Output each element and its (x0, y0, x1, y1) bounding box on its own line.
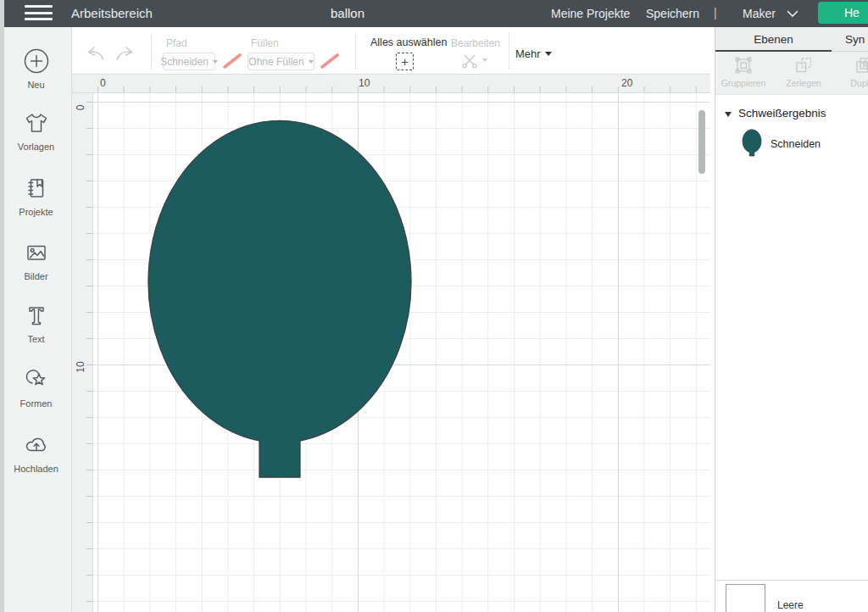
edit-tools-icon[interactable] (460, 52, 479, 70)
sidebar-item-label: Formen (20, 398, 53, 409)
layer-thumbnail-balloon-icon (741, 127, 763, 161)
ruler-label: 20 (621, 77, 632, 89)
more-button[interactable]: Mehr (515, 47, 552, 60)
path-color-swatch[interactable] (222, 53, 242, 69)
path-operation-dropdown[interactable]: Schneiden (163, 53, 215, 70)
sidebar-item-label: Bilder (24, 271, 47, 281)
image-icon (21, 238, 52, 267)
edit-label: Bearbeiten (451, 37, 500, 49)
cloud-upload-icon (21, 431, 52, 459)
panel-tabs: Ebenen Syn (715, 27, 868, 52)
fill-label: Füllen (251, 37, 279, 49)
project-title[interactable]: ballon (331, 6, 364, 20)
more-label: Mehr (515, 47, 541, 60)
canvas-area: 0 10 20 0 10 (72, 75, 710, 612)
group-header-label: Schweißergebnis (738, 107, 826, 120)
sidebar-item-label: Neu (27, 80, 44, 90)
layer-group-header[interactable]: Schweißergebnis (715, 105, 868, 124)
sidebar-item-new[interactable]: Neu (0, 47, 72, 90)
mat-color-swatch[interactable] (726, 584, 765, 612)
shapes-icon (21, 365, 52, 394)
group-button[interactable]: Gruppieren (714, 55, 773, 88)
duplicate-icon (854, 55, 868, 75)
shirt-icon (21, 108, 52, 137)
path-operation-value: Schneiden (160, 56, 209, 68)
ruler-label: 0 (100, 77, 106, 89)
edit-toolbar: Pfad Schneiden Füllen Ohne Füllen Alles … (72, 27, 710, 75)
more-arrow-icon (545, 52, 552, 56)
notebook-icon (22, 174, 51, 203)
tab-sync[interactable]: Syn (832, 27, 868, 52)
horizontal-ruler: 0 10 20 (72, 75, 710, 93)
select-all-label: Alles auswählen (370, 36, 447, 48)
action-label: Gruppieren (721, 78, 766, 88)
tab-label: Syn (845, 33, 865, 46)
layer-row-balloon[interactable]: Schneiden (715, 125, 868, 164)
action-label: Zerlegen (786, 78, 821, 88)
ungroup-button[interactable]: Zerlegen (774, 55, 833, 88)
panel-footer: Leere Arbeitsbereich (715, 580, 868, 612)
footer-label: Leere Arbeitsbereich (777, 599, 868, 612)
sidebar-item-text[interactable]: Text (0, 301, 72, 344)
group-icon (733, 55, 754, 75)
plus-circle-icon (22, 47, 51, 75)
sidebar-item-projects[interactable]: Projekte (0, 174, 72, 217)
fill-dropdown[interactable]: Ohne Füllen (248, 53, 314, 70)
sidebar-item-images[interactable]: Bilder (0, 238, 72, 281)
tab-label: Ebenen (754, 33, 793, 46)
vertical-ruler: 0 10 (72, 93, 93, 612)
my-projects-link[interactable]: Meine Projekte (551, 7, 630, 20)
sidebar-item-label: Vorlagen (18, 142, 54, 152)
layer-operation-label: Schneiden (771, 138, 821, 150)
sidebar-item-templates[interactable]: Vorlagen (0, 108, 72, 152)
action-label: Duplizi (850, 78, 868, 88)
edit-dropdown-arrow-icon[interactable] (482, 58, 487, 62)
collapse-caret-icon (725, 112, 732, 117)
sidebar-item-label: Hochladen (14, 464, 58, 474)
ruler-label: 10 (359, 77, 370, 89)
dropdown-arrow-icon (213, 60, 218, 64)
window-edge-strip (0, 0, 4, 612)
layers-panel: Ebenen Syn Gruppieren Zerlegen (715, 27, 868, 612)
dropdown-arrow-icon (309, 60, 314, 64)
ruler-label: 10 (75, 360, 86, 374)
machine-selector[interactable]: Maker (743, 7, 776, 20)
left-sidebar: Neu Vorlagen Projekte Bilder Text (0, 27, 72, 612)
duplicate-button[interactable]: Duplizi (834, 55, 868, 88)
fill-value: Ohne Füllen (248, 56, 303, 68)
redo-icon[interactable] (114, 44, 136, 63)
select-all-button[interactable]: + (396, 53, 414, 70)
sidebar-item-label: Projekte (19, 207, 53, 217)
canvas-vertical-scrollbar[interactable] (698, 110, 705, 174)
sidebar-item-upload[interactable]: Hochladen (0, 431, 72, 474)
ruler-label: 0 (75, 101, 86, 114)
chevron-down-icon[interactable] (787, 10, 798, 18)
sidebar-item-shapes[interactable]: Formen (0, 365, 72, 409)
make-it-button[interactable]: He (818, 2, 868, 24)
fill-color-swatch[interactable] (320, 53, 340, 69)
top-bar: Arbeitsbereich ballon Meine Projekte Spe… (0, 0, 868, 27)
tab-layers[interactable]: Ebenen (715, 27, 832, 52)
hamburger-menu-icon[interactable] (25, 5, 53, 21)
workspace-label[interactable]: Arbeitsbereich (71, 6, 153, 20)
ungroup-icon (793, 55, 814, 75)
panel-action-bar: Gruppieren Zerlegen Duplizi (715, 52, 868, 95)
sidebar-item-label: Text (27, 334, 44, 344)
undo-icon[interactable] (85, 44, 107, 63)
save-link[interactable]: Speichern (646, 7, 699, 20)
text-icon (22, 301, 51, 330)
path-label: Pfad (166, 37, 187, 49)
topbar-divider: | (714, 6, 717, 19)
